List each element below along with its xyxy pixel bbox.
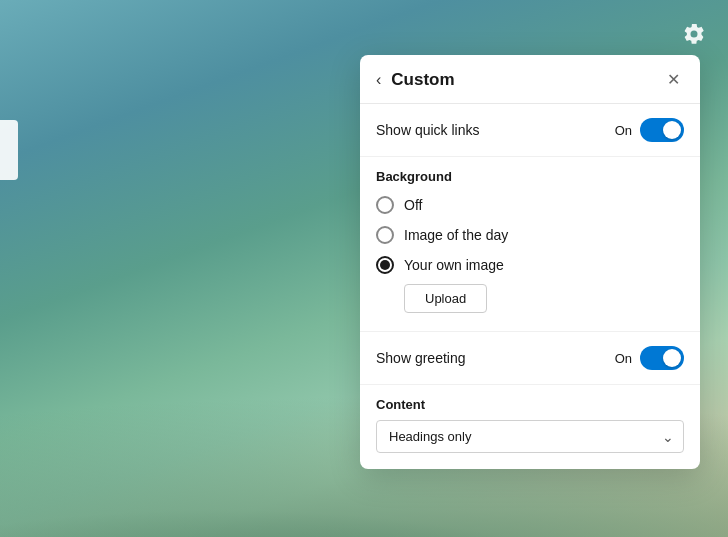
greeting-slider (640, 346, 684, 370)
content-dropdown-wrap: Headings only Headlines Headlines and st… (376, 420, 684, 453)
gear-button[interactable] (676, 16, 712, 52)
upload-button[interactable]: Upload (404, 284, 487, 313)
background-radio-group: Off Image of the day Your own image Uplo… (360, 190, 700, 331)
radio-off[interactable]: Off (376, 190, 684, 220)
content-section: Content Headings only Headlines Headline… (360, 385, 700, 469)
quick-links-toggle[interactable] (640, 118, 684, 142)
radio-your-own-image-inner (380, 260, 390, 270)
content-dropdown[interactable]: Headings only Headlines Headlines and st… (376, 420, 684, 453)
radio-off-label: Off (404, 197, 422, 213)
panel-body: Show quick links On Background Off (360, 104, 700, 469)
custom-panel: ‹ Custom ✕ Show quick links On Backgroun… (360, 55, 700, 469)
panel-header-left: ‹ Custom (372, 69, 455, 91)
background-section: Background Off Image of the day (360, 157, 700, 331)
background-section-label: Background (360, 157, 700, 190)
panel-header: ‹ Custom ✕ (360, 55, 700, 104)
greeting-status: On (615, 351, 632, 366)
quick-links-row: Show quick links On (360, 104, 700, 157)
radio-image-of-day-label: Image of the day (404, 227, 508, 243)
quick-links-label: Show quick links (376, 122, 480, 138)
quick-links-status: On (615, 123, 632, 138)
quick-links-slider (640, 118, 684, 142)
back-button[interactable]: ‹ (372, 69, 385, 91)
close-button[interactable]: ✕ (663, 70, 684, 90)
greeting-row: Show greeting On (360, 331, 700, 385)
greeting-toggle-wrap: On (615, 346, 684, 370)
quick-links-toggle-wrap: On (615, 118, 684, 142)
content-section-label: Content (376, 397, 684, 412)
radio-your-own-image[interactable]: Your own image (376, 250, 684, 280)
panel-title: Custom (391, 70, 454, 90)
left-widget (0, 120, 18, 180)
greeting-toggle[interactable] (640, 346, 684, 370)
radio-your-own-image-outer (376, 256, 394, 274)
radio-your-own-image-label: Your own image (404, 257, 504, 273)
greeting-label: Show greeting (376, 350, 466, 366)
radio-image-of-day[interactable]: Image of the day (376, 220, 684, 250)
radio-image-of-day-outer (376, 226, 394, 244)
radio-off-outer (376, 196, 394, 214)
